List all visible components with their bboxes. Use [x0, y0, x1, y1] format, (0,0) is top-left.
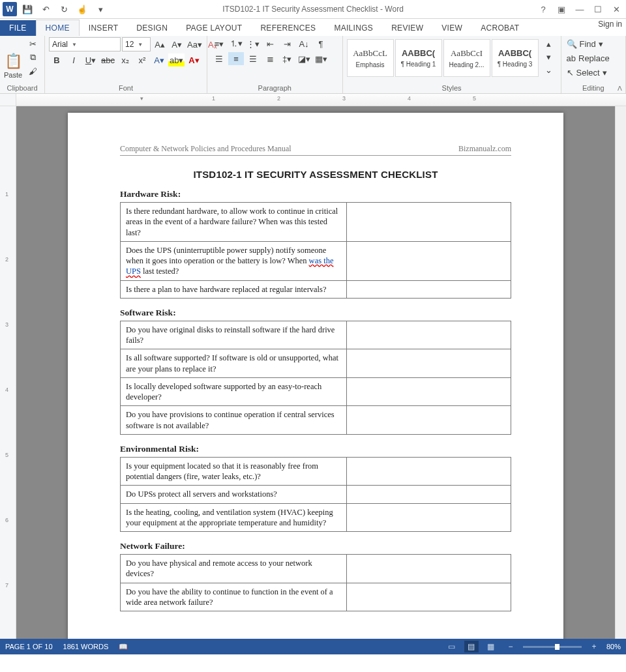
styles-scroll-down[interactable]: ▾ [541, 50, 557, 63]
strikethrough-button[interactable]: abc [100, 53, 116, 66]
tab-file[interactable]: FILE [0, 20, 36, 36]
page[interactable]: Computer & Network Policies and Procedur… [68, 113, 563, 639]
question-cell[interactable]: Do you have the ability to continue to f… [121, 583, 347, 611]
qat-customize[interactable]: ▾ [93, 1, 108, 17]
answer-cell[interactable] [347, 349, 511, 378]
ribbon-display-button[interactable]: ▣ [553, 2, 570, 16]
question-cell[interactable]: Is all software supported? If software i… [121, 349, 347, 378]
answer-cell[interactable] [347, 457, 511, 486]
answer-cell[interactable] [347, 280, 511, 298]
minimize-button[interactable]: — [571, 2, 588, 16]
zoom-level[interactable]: 80% [606, 643, 621, 650]
cut-button[interactable]: ✂ [25, 37, 40, 50]
styles-scroll-up[interactable]: ▴ [541, 37, 557, 50]
font-size-combo[interactable]: 12▼ [122, 37, 151, 51]
align-right-button[interactable]: ☰ [245, 52, 261, 65]
question-cell[interactable]: Do you have provisions to continue opera… [121, 406, 347, 435]
font-color-button[interactable]: A▾ [186, 53, 201, 66]
ruler-horizontal[interactable]: ▾ 123 45 [0, 94, 626, 106]
bold-button[interactable]: B [49, 53, 65, 66]
question-cell[interactable]: Is locally developed software supported … [121, 377, 347, 406]
zoom-slider[interactable] [523, 646, 582, 648]
select-button[interactable]: ↖Select▾ [565, 66, 620, 79]
zoom-in-button[interactable]: + [587, 641, 601, 652]
font-family-combo[interactable]: Arial▼ [49, 37, 121, 51]
style-item[interactable]: AaBbCcIHeading 2... [443, 39, 490, 77]
ruler-vertical[interactable]: 123 456 7 [0, 106, 16, 639]
status-proofing-icon[interactable]: 📖 [119, 643, 128, 651]
multilevel-button[interactable]: ⋮▾ [245, 37, 261, 50]
italic-button[interactable]: I [66, 53, 82, 66]
bullets-button[interactable]: ≡▾ [211, 37, 227, 50]
find-button[interactable]: 🔍Find▾ [565, 37, 620, 50]
question-cell[interactable]: Does the UPS (uninterruptible power supp… [121, 241, 347, 280]
view-print-button[interactable]: ▤ [464, 641, 479, 652]
style-gallery[interactable]: AaBbCcLEmphasisAABBC(¶ Heading 1AaBbCcIH… [347, 37, 539, 79]
sort-button[interactable]: A↓ [296, 37, 312, 50]
answer-cell[interactable] [347, 377, 511, 406]
tab-view[interactable]: VIEW [432, 20, 471, 36]
question-cell[interactable]: Do UPSs protect all servers and workstat… [121, 486, 347, 503]
tab-references[interactable]: REFERENCES [251, 20, 325, 36]
change-case-button[interactable]: Aa▾ [186, 38, 203, 51]
tab-acrobat[interactable]: ACROBAT [471, 20, 528, 36]
question-cell[interactable]: Is there redundant hardware, to allow wo… [121, 203, 347, 242]
outdent-button[interactable]: ⇤ [262, 37, 278, 50]
style-item[interactable]: AABBC(¶ Heading 1 [395, 39, 442, 77]
status-words[interactable]: 1861 WORDS [63, 643, 109, 650]
answer-cell[interactable] [347, 555, 511, 583]
qat-save[interactable]: 💾 [20, 1, 35, 17]
shrink-font-button[interactable]: A▾ [169, 38, 185, 51]
underline-button[interactable]: U▾ [83, 53, 98, 66]
status-page[interactable]: PAGE 1 OF 10 [5, 643, 53, 650]
question-cell[interactable]: Is there a plan to have hardware replace… [121, 280, 347, 298]
question-cell[interactable]: Is your equipment located so that it is … [121, 457, 347, 486]
numbering-button[interactable]: ⒈▾ [228, 37, 244, 50]
answer-cell[interactable] [347, 406, 511, 435]
paste-button[interactable]: 📋 Paste [4, 37, 22, 79]
tab-page-layout[interactable]: PAGE LAYOUT [177, 20, 251, 36]
collapse-ribbon-button[interactable]: ᐱ [618, 85, 622, 92]
qat-undo[interactable]: ↶ [38, 1, 53, 17]
qat-redo[interactable]: ↻ [56, 1, 72, 17]
answer-cell[interactable] [347, 321, 511, 349]
tab-insert[interactable]: INSERT [80, 20, 128, 36]
replace-button[interactable]: abReplace [565, 51, 620, 65]
align-center-button[interactable]: ≡ [228, 52, 244, 65]
sign-in-link[interactable]: Sign in [598, 20, 622, 29]
tab-mailings[interactable]: MAILINGS [325, 20, 382, 36]
close-button[interactable]: ✕ [608, 2, 625, 16]
styles-expand[interactable]: ⌄ [541, 63, 557, 76]
style-item[interactable]: AaBbCcLEmphasis [347, 39, 394, 77]
shading-button[interactable]: ◪▾ [296, 52, 312, 65]
zoom-out-button[interactable]: − [503, 641, 518, 652]
indent-button[interactable]: ⇥ [279, 37, 295, 50]
borders-button[interactable]: ▦▾ [313, 52, 329, 65]
view-read-button[interactable]: ▭ [445, 641, 459, 652]
show-marks-button[interactable]: ¶ [313, 37, 329, 50]
question-cell[interactable]: Is the heating, cooling, and ventilation… [121, 503, 347, 532]
question-cell[interactable]: Do you have original disks to reinstall … [121, 321, 347, 349]
tab-review[interactable]: REVIEW [382, 20, 432, 36]
tab-design[interactable]: DESIGN [127, 20, 177, 36]
align-left-button[interactable]: ☰ [211, 52, 227, 65]
copy-button[interactable]: ⧉ [25, 51, 40, 64]
maximize-button[interactable]: ☐ [589, 2, 606, 16]
document-canvas[interactable]: Computer & Network Policies and Procedur… [16, 106, 615, 639]
answer-cell[interactable] [347, 486, 511, 503]
question-cell[interactable]: Do you have physical and remote access t… [121, 555, 347, 583]
superscript-button[interactable]: x² [134, 53, 150, 66]
qat-touch-mode[interactable]: ☝ [74, 1, 90, 17]
tab-home[interactable]: HOME [36, 20, 80, 36]
format-painter-button[interactable]: 🖌 [25, 65, 40, 78]
text-effects-button[interactable]: A▾ [151, 53, 167, 66]
answer-cell[interactable] [347, 203, 511, 242]
justify-button[interactable]: ≣ [262, 52, 278, 65]
grow-font-button[interactable]: A▴ [152, 38, 168, 51]
answer-cell[interactable] [347, 241, 511, 280]
view-web-button[interactable]: ▦ [484, 641, 498, 652]
vertical-scrollbar[interactable] [615, 106, 626, 639]
style-item[interactable]: AABBC(¶ Heading 3 [492, 39, 539, 77]
subscript-button[interactable]: x₂ [117, 53, 133, 66]
line-spacing-button[interactable]: ‡▾ [279, 52, 295, 65]
